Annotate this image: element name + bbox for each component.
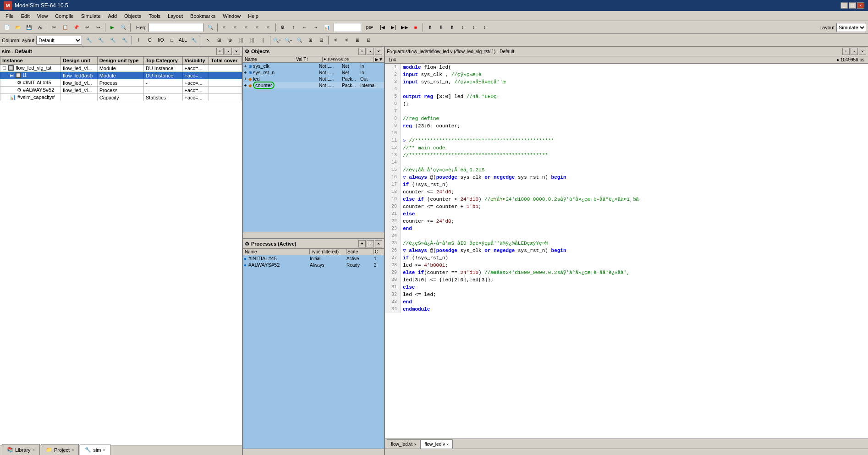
list-item[interactable]: + ⊕ sys_clk Not L... Net In [243, 63, 384, 69]
objects-close-button[interactable]: × [375, 48, 382, 55]
tab-sim-close[interactable]: × [103, 448, 105, 452]
menu-simulate[interactable]: Simulate [77, 12, 104, 20]
marker-btn2[interactable]: ✕ [341, 35, 352, 45]
col-layout-btn3[interactable]: 🔧 [108, 35, 118, 45]
menu-window[interactable]: Window [219, 12, 244, 20]
menu-compile[interactable]: Compile [51, 12, 77, 20]
stop-btn[interactable]: ■ [411, 22, 421, 33]
sim-expand-button[interactable]: + [216, 48, 224, 55]
close-button[interactable]: × [857, 2, 864, 9]
expand-icon[interactable]: ⊟ [10, 72, 14, 78]
proc-close-button[interactable]: × [375, 240, 382, 247]
expand-icon[interactable]: ⊟ [2, 65, 6, 71]
nav-btn3[interactable]: ⬆ [447, 22, 457, 33]
sim-ctrl1[interactable]: I [134, 35, 144, 45]
redo-button[interactable]: ↪ [93, 22, 103, 33]
nav-btn6[interactable]: ↕ [480, 22, 490, 33]
code-tab-vt-close[interactable]: × [414, 442, 416, 447]
wave-btn4[interactable]: ≈ [253, 22, 263, 33]
maximize-button[interactable]: □ [849, 2, 856, 9]
cursor-btn1[interactable]: ↖ [203, 35, 213, 45]
step-btn1[interactable]: |◀ [378, 22, 388, 33]
wave-btn5[interactable]: ≈ [264, 22, 274, 33]
marker-btn4[interactable]: ⊟ [363, 35, 374, 45]
step-btn2[interactable]: ▶| [389, 22, 399, 33]
table-row[interactable]: ⚙ #ALWAYS#52 flow_led_vl... Process - +a… [0, 87, 242, 94]
cursor-btn6[interactable]: | [258, 35, 268, 45]
layout-select[interactable]: Simulate [836, 23, 866, 32]
menu-view[interactable]: View [33, 12, 52, 20]
sim-ctrl2[interactable]: O [145, 35, 155, 45]
menu-tools[interactable]: Tools [145, 12, 164, 20]
sim-btn3[interactable]: ← [300, 22, 310, 33]
step-btn3[interactable]: ▶▶ [400, 22, 410, 33]
run-button[interactable]: ▶ [107, 22, 117, 33]
cursor-btn3[interactable]: ⊕ [225, 35, 235, 45]
table-row[interactable]: ⚙ #INITIAL#45 flow_led_vl... Process - +… [0, 79, 242, 87]
nav-btn4[interactable]: ↕ [458, 22, 468, 33]
col-layout-btn1[interactable]: 🔧 [84, 35, 94, 45]
paste-button[interactable]: 📌 [71, 22, 81, 33]
wave-btn1[interactable]: ≈ [220, 22, 230, 33]
tab-library-close[interactable]: × [33, 448, 35, 452]
code-tab-flow-v[interactable]: flow_led.v × [421, 439, 453, 449]
copy-button[interactable]: 📋 [60, 22, 70, 33]
undo-button[interactable]: ↩ [82, 22, 92, 33]
cursor-btn4[interactable]: ||| [236, 35, 246, 45]
code-expand-button[interactable]: + [842, 48, 850, 55]
sim-ctrl4[interactable]: □ [167, 35, 177, 45]
time-input[interactable]: 100 [334, 23, 361, 32]
menu-objects[interactable]: Objects [121, 12, 145, 20]
tab-sim[interactable]: 🔧 sim × [80, 444, 110, 455]
sim-btn4[interactable]: → [311, 22, 321, 33]
open-button[interactable]: 📂 [13, 22, 23, 33]
menu-help[interactable]: Help [244, 12, 262, 20]
col-layout-btn2[interactable]: 🔧 [96, 35, 106, 45]
tab-library[interactable]: 📚 Library × [2, 444, 40, 455]
proc-expand-button[interactable]: + [358, 240, 366, 247]
col-layout-btn4[interactable]: 🔧 [120, 35, 130, 45]
marker-btn3[interactable]: ⊞ [352, 35, 363, 45]
zoom-btn2[interactable]: 🔍- [283, 35, 293, 45]
wave-btn2[interactable]: ≈ [231, 22, 241, 33]
zoom-btn4[interactable]: ⊞ [305, 35, 315, 45]
cursor-btn5[interactable]: ||| [247, 35, 257, 45]
cursor-btn2[interactable]: ⊞ [214, 35, 224, 45]
column-layout-select[interactable]: Default [36, 36, 82, 45]
cut-button[interactable]: ✂ [49, 22, 59, 33]
code-close-button[interactable]: × [859, 48, 866, 55]
menu-bookmarks[interactable]: Bookmarks [187, 12, 219, 20]
code-tab-v-close[interactable]: × [446, 442, 449, 447]
menu-edit[interactable]: Edit [17, 12, 33, 20]
sim-btn1[interactable]: ⚙ [278, 22, 288, 33]
table-row[interactable]: ⊟ 🔲 i1 flow_led(fast) Module DU Instance… [0, 72, 242, 79]
save-button[interactable]: 💾 [24, 22, 34, 33]
sim-close-button[interactable]: × [233, 48, 240, 55]
zoom-btn3[interactable]: 🔍 [294, 35, 304, 45]
nav-btn5[interactable]: ↕ [469, 22, 479, 33]
sim-btn5[interactable]: 📊 [322, 22, 332, 33]
objects-scrollbar-h[interactable] [243, 232, 384, 238]
search-button[interactable]: 🔍 [118, 22, 128, 33]
sim-ctrl3[interactable]: I/O [156, 35, 166, 45]
list-item[interactable]: ● #INITIAL#45 Initial Active 1 [243, 255, 384, 262]
sim-collapse-button[interactable]: - [225, 48, 232, 55]
wave-btn3[interactable]: ≈ [242, 22, 252, 33]
sim-ctrl5[interactable]: ALL [178, 35, 188, 45]
list-item[interactable]: ● #ALWAYS#52 Always Ready 2 [243, 262, 384, 268]
marker-btn1[interactable]: ✕ [330, 35, 341, 45]
zoom-btn1[interactable]: 🔍+ [272, 35, 282, 45]
tab-project[interactable]: 📁 Project × [41, 444, 79, 455]
code-tab-flow-vt[interactable]: flow_led.vt × [387, 439, 421, 449]
nav-btn2[interactable]: ⬇ [436, 22, 446, 33]
code-scrollbar-h[interactable] [385, 449, 868, 455]
proc-collapse-button[interactable]: - [367, 240, 374, 247]
list-item[interactable]: + ◆ led Not L... Pack... Out [243, 76, 384, 82]
print-button[interactable]: 🖨 [35, 22, 45, 33]
menu-add[interactable]: Add [104, 12, 121, 20]
zoom-btn5[interactable]: ⊟ [316, 35, 326, 45]
new-button[interactable]: 📄 [2, 22, 12, 33]
tab-project-close[interactable]: × [71, 448, 74, 452]
menu-file[interactable]: File [2, 12, 17, 20]
nav-btn1[interactable]: ⬆ [425, 22, 435, 33]
